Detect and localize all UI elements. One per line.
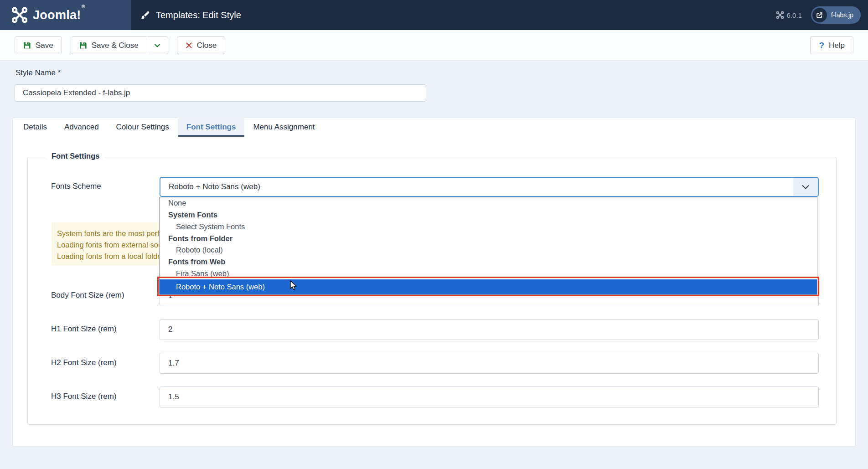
warning-line: Loading fonts from a local folde <box>57 251 159 262</box>
tab-font-settings[interactable]: Font Settings <box>178 118 245 137</box>
save-close-button-group: Save & Close <box>71 36 168 54</box>
joomla-wordmark: Joomla!® <box>33 8 84 22</box>
tab-menu-assignment[interactable]: Menu Assignment <box>244 118 323 137</box>
help-button[interactable]: ? Help <box>810 36 853 54</box>
option-select-system-fonts[interactable]: Select System Fonts <box>160 221 817 233</box>
site-preview-button[interactable]: f-labs.jp <box>811 6 861 24</box>
option-fira-sans-web[interactable]: Fira Sans (web) <box>160 268 817 280</box>
tab-colour-settings[interactable]: Colour Settings <box>108 118 178 137</box>
h3-font-size-input[interactable] <box>160 387 819 407</box>
optgroup-fonts-from-folder: Fonts from Folder <box>160 232 817 244</box>
tab-details[interactable]: Details <box>15 118 56 137</box>
style-name-input[interactable] <box>15 84 426 102</box>
h3-font-size-label: H3 Font Size (rem) <box>51 392 117 401</box>
warning-line: System fonts are the most perfo <box>57 228 159 239</box>
page-title-area: Templates: Edit Style <box>140 0 241 30</box>
optgroup-system-fonts: System Fonts <box>160 209 817 221</box>
page-title: Templates: Edit Style <box>156 10 241 21</box>
h2-font-size-label: H2 Font Size (rem) <box>51 358 117 367</box>
site-name: f-labs.jp <box>831 11 853 19</box>
warning-line: Loading fonts from external sou <box>57 239 159 251</box>
h2-font-size-input[interactable] <box>160 353 819 374</box>
font-scheme-warning: System fonts are the most perfo Loading … <box>52 222 159 266</box>
option-roboto-noto-sans-web-highlighted[interactable]: Roboto + Noto Sans (web) <box>160 279 817 294</box>
joomla-template-edit-style-page: Joomla!® Templates: Edit Style 6.0.1 <box>0 0 868 469</box>
option-none[interactable]: None <box>160 197 817 209</box>
version-number: 6.0.1 <box>787 11 802 19</box>
chevron-down-icon <box>801 182 811 192</box>
question-mark-icon: ? <box>819 41 824 51</box>
fonts-scheme-selected-value: Roboto + Noto Sans (web) <box>160 182 793 191</box>
fonts-scheme-select[interactable]: Roboto + Noto Sans (web) <box>160 177 819 197</box>
joomla-logo-icon <box>12 7 27 23</box>
topbar: Joomla!® Templates: Edit Style 6.0.1 <box>0 0 868 30</box>
fonts-scheme-label: Fonts Scheme <box>51 182 101 191</box>
toolbar: Save Save & Close <box>0 30 868 61</box>
paintbrush-icon <box>140 10 150 20</box>
save-button[interactable]: Save <box>15 36 62 54</box>
save-icon <box>23 41 31 49</box>
save-options-dropdown-button[interactable] <box>147 36 168 54</box>
h1-font-size-input[interactable] <box>160 319 819 340</box>
optgroup-fonts-from-web: Fonts from Web <box>160 256 817 268</box>
joomla-version: 6.0.1 <box>776 11 802 19</box>
font-settings-legend: Font Settings <box>46 152 105 160</box>
style-name-label: Style Name * <box>16 68 61 77</box>
close-button[interactable]: Close <box>177 36 225 54</box>
topbar-right: 6.0.1 f-labs.jp <box>776 0 861 30</box>
joomla-version-icon <box>776 11 784 19</box>
save-and-close-button[interactable]: Save & Close <box>71 36 147 54</box>
registered-mark: ® <box>82 4 85 9</box>
option-roboto-local[interactable]: Roboto (local) <box>160 244 817 256</box>
chevron-down-icon <box>153 41 162 50</box>
select-caret-area[interactable] <box>793 178 818 196</box>
fonts-scheme-dropdown: None System Fonts Select System Fonts Fo… <box>159 197 817 295</box>
save-icon <box>79 41 87 49</box>
h1-font-size-label: H1 Font Size (rem) <box>51 325 117 334</box>
tab-advanced[interactable]: Advanced <box>56 118 108 137</box>
body-font-size-label: Body Font Size (rem) <box>51 291 124 300</box>
external-link-icon <box>812 8 827 22</box>
joomla-logo[interactable]: Joomla!® <box>0 0 131 30</box>
close-x-icon <box>186 42 192 49</box>
tab-bar: Details Advanced Colour Settings Font Se… <box>15 118 324 137</box>
